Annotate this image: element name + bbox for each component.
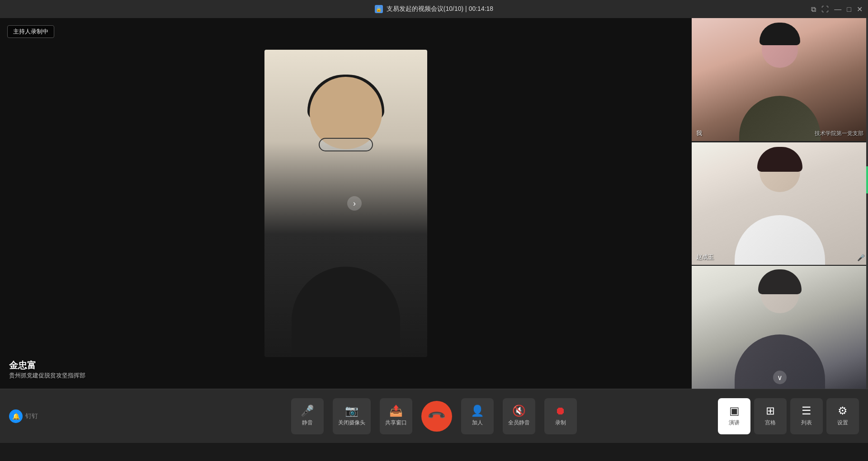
share-icon: 📤 (389, 405, 403, 416)
main-speaker-org: 贵州抓党建促脱贫攻坚指挥部 (9, 372, 85, 380)
dingtalk-label: 钉钉 (25, 412, 38, 420)
close-button[interactable]: ✕ (857, 5, 863, 14)
list-icon: ☰ (802, 405, 811, 416)
pip-button[interactable]: ⧉ (811, 5, 816, 13)
end-call-icon: 📞 (427, 407, 446, 425)
toolbar-right: ▣ 演讲 ⊞ 宫格 ☰ 列表 ⚙ 设置 (718, 398, 859, 434)
participant-1-sublabel: 技术学院第一党支部 (815, 130, 863, 137)
sidebar-scrollbar[interactable] (866, 18, 868, 389)
titlebar: 🔒 支易发起的视频会议(10/10) | 00:14:18 ⧉ ⛶ — □ ✕ (0, 0, 868, 18)
grid-icon: ⊞ (766, 405, 775, 416)
mute-button[interactable]: 🎤 静音 (291, 398, 324, 434)
restore-button[interactable]: □ (847, 5, 851, 13)
record-icon: ⏺ (555, 405, 566, 416)
end-call-button[interactable]: 📞 (421, 401, 452, 432)
main-content: 主持人录制中 金忠富 贵州抓党建促脱贫攻坚指挥部 › (0, 18, 868, 389)
add-person-icon: 👤 (471, 405, 484, 416)
settings-label: 设置 (837, 419, 848, 427)
main-video-area: 主持人录制中 金忠富 贵州抓党建促脱贫攻坚指挥部 (0, 18, 692, 389)
sidebar-videos: 我 技术学院第一党支部 赵成玉 🎤 (692, 18, 868, 389)
mute-label: 静音 (302, 419, 313, 427)
add-person-button[interactable]: 👤 加人 (461, 398, 494, 434)
participant-2-mic-icon: 🎤 (857, 254, 864, 261)
window-title: 支易发起的视频会议(10/10) | 00:14:18 (387, 5, 493, 13)
share-label: 共享窗口 (385, 419, 407, 427)
person-body (292, 267, 400, 357)
present-button[interactable]: ▣ 演讲 (718, 398, 750, 434)
video-feed-1 (692, 18, 868, 141)
mute-all-label: 全员静音 (508, 419, 530, 427)
main-video-frame (264, 50, 427, 357)
settings-icon: ⚙ (838, 405, 848, 416)
nav-arrow[interactable]: › (347, 196, 362, 211)
camera-button[interactable]: 📷 关闭摄像头 (333, 398, 371, 434)
fullscreen-button[interactable]: ⛶ (821, 5, 829, 13)
participant-video-2: 赵成玉 🎤 (692, 142, 868, 265)
list-button[interactable]: ☰ 列表 (790, 398, 823, 434)
camera-icon: 📷 (345, 405, 359, 416)
toolbar: 🔔 钉钉 🎤 静音 📷 关闭摄像头 📤 共享窗口 📞 👤 加人 (0, 389, 868, 443)
grid-label: 宫格 (765, 419, 776, 427)
settings-button[interactable]: ⚙ 设置 (826, 398, 859, 434)
dingtalk-logo-icon: 🔔 (9, 409, 23, 423)
present-label: 演讲 (729, 419, 740, 427)
mute-all-button[interactable]: 🔇 全员静音 (503, 398, 535, 434)
person-glasses (319, 138, 373, 151)
minimize-button[interactable]: — (834, 5, 841, 13)
share-button[interactable]: 📤 共享窗口 (380, 398, 412, 434)
list-label: 列表 (801, 419, 812, 427)
main-speaker-label: 金忠富 贵州抓党建促脱贫攻坚指挥部 (9, 359, 85, 380)
recording-badge: 主持人录制中 (7, 25, 54, 38)
mute-all-icon: 🔇 (512, 405, 526, 416)
participant-video-1: 我 技术学院第一党支部 (692, 18, 868, 141)
participant-video-3: ∨ (692, 266, 868, 389)
scroll-down-button[interactable]: ∨ (773, 371, 787, 384)
toolbar-left: 🔔 钉钉 (9, 409, 38, 423)
dingtalk-logo: 🔔 钉钉 (9, 409, 38, 423)
lock-icon: 🔒 (375, 5, 383, 13)
grid-button[interactable]: ⊞ 宫格 (754, 398, 787, 434)
present-icon: ▣ (729, 405, 740, 416)
participant-2-label: 赵成玉 (696, 253, 714, 261)
sidebar-scrollbar-thumb (866, 166, 868, 193)
window-controls: ⧉ ⛶ — □ ✕ (811, 5, 863, 14)
person-head (310, 77, 382, 149)
title-content: 🔒 支易发起的视频会议(10/10) | 00:14:18 (375, 5, 493, 13)
video-feed-2 (692, 142, 868, 265)
toolbar-center: 🎤 静音 📷 关闭摄像头 📤 共享窗口 📞 👤 加人 🔇 全员静音 ⏺ (291, 398, 577, 434)
record-label: 录制 (555, 419, 566, 427)
add-person-label: 加人 (472, 419, 483, 427)
record-button[interactable]: ⏺ 录制 (544, 398, 577, 434)
participant-1-label: 我 (696, 129, 702, 137)
mute-icon: 🎤 (301, 405, 314, 416)
main-speaker-name: 金忠富 (9, 359, 85, 372)
camera-label: 关闭摄像头 (338, 419, 365, 427)
